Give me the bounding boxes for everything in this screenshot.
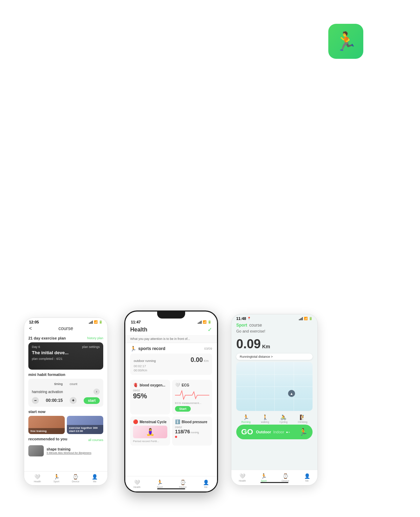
course-label-right[interactable]: course: [249, 323, 262, 328]
free-training-card[interactable]: free training: [28, 416, 65, 434]
climbing-label: Climbing: [298, 421, 307, 423]
nav-device-mid[interactable]: ⌚ Device: [179, 480, 187, 488]
nav-device-right[interactable]: ⌚ Device: [282, 473, 289, 482]
oxygen-date: 09/02: [133, 389, 167, 392]
day-label: Day 6: [32, 345, 40, 349]
count-tab[interactable]: count: [68, 382, 79, 386]
status-icons-left: 📶 🔋: [89, 320, 103, 324]
bp-title: Blood pressure: [182, 420, 207, 424]
record-value: 0.00: [190, 356, 203, 364]
minus-button[interactable]: −: [32, 397, 39, 404]
running-icon: 🏃: [243, 414, 249, 420]
nav-health[interactable]: 🤍 Health: [34, 474, 41, 483]
app-icon: 🏃: [328, 24, 363, 59]
cycling-tab[interactable]: 🚴 Cycling: [279, 414, 287, 423]
menstrual-card[interactable]: 🔴 Menstrual Cycle 🧘‍♀️ Period record Fer…: [130, 417, 170, 446]
record-card[interactable]: outdoor running 0.00 Km 00:02:17 00:00/K…: [130, 354, 212, 375]
nav-me-mid[interactable]: 👤 Me: [203, 480, 209, 488]
right-header: Sport course: [231, 321, 317, 328]
battery-middle: 🔋: [208, 320, 211, 324]
walking-tab[interactable]: 🚶 walking: [261, 414, 269, 423]
nav-me-right[interactable]: 👤 Me: [304, 473, 310, 482]
training-grid: free training exercise together 300 star…: [28, 416, 103, 434]
health-label: Health: [34, 480, 41, 483]
distance-value: 0.09: [236, 337, 261, 351]
ecg-title: ECG: [182, 383, 189, 387]
nav-sport-mid[interactable]: 🏃 Sport: [157, 480, 163, 488]
device-icon-mid: ⌚: [180, 480, 186, 485]
running-tab[interactable]: 🏃 Running: [241, 414, 251, 423]
bp-value: 118/76: [175, 429, 190, 434]
menstrual-header: 🔴 Menstrual Cycle: [133, 419, 167, 424]
time-right: 11:48: [236, 316, 246, 321]
dot1: [286, 432, 288, 433]
habit-name: hamstring activation: [32, 390, 63, 394]
recommended-row: recommended to you all courses: [28, 437, 103, 443]
attention-banner: What you pay attention is to be in front…: [125, 335, 217, 343]
habit-title: mini habit formation: [28, 372, 103, 377]
history-link[interactable]: history plan: [87, 336, 103, 340]
ecg-card[interactable]: 🤍 ECG ECG measurement... Start: [172, 380, 212, 414]
plus-button[interactable]: +: [70, 397, 77, 404]
sport-label-right[interactable]: Sport: [236, 323, 247, 328]
cycling-icon: 🚴: [280, 414, 286, 420]
status-bar-left: 12:05 📶 🔋: [24, 318, 107, 325]
blood-oxygen-card[interactable]: 🫀 blood oxygen... 09/02 95%: [130, 380, 170, 414]
exercise-together-card[interactable]: exercise together 300 start·13:00: [67, 416, 103, 434]
ecg-start-button[interactable]: Start: [175, 406, 191, 412]
sport-icon-mid: 🏃: [157, 480, 163, 485]
map-area[interactable]: ▲: [236, 362, 313, 411]
time-middle: 11:47: [131, 320, 141, 324]
climbing-tab[interactable]: 🧗 Climbing: [298, 414, 307, 423]
habit-chevron[interactable]: ›: [93, 389, 100, 395]
nav-sport-right[interactable]: 🏃 Sport: [261, 473, 267, 482]
recommended-title: recommended to you: [28, 437, 67, 441]
nav-health-right[interactable]: 🤍 Health: [239, 473, 246, 482]
time-left: 12:05: [29, 320, 39, 324]
sport-label: Sport: [54, 480, 59, 483]
nav-device[interactable]: ⌚ Device: [72, 474, 79, 483]
sports-record-header: 🏃 sports record 03/09: [130, 346, 212, 351]
wifi-right: 📶: [304, 317, 308, 320]
all-courses-link[interactable]: all courses: [88, 438, 103, 442]
nav-health-mid[interactable]: 🤍 Health: [133, 480, 140, 488]
sports-record-section: 🏃 sports record 03/09 outdoor running 0.…: [125, 343, 217, 380]
rec-item[interactable]: shape training 5 Minute Abs Workout for …: [28, 445, 103, 456]
bottom-nav-left: 🤍 Health 🏃 Sport ⌚ Device 👤 Me: [24, 471, 107, 485]
notch: [157, 312, 185, 319]
day-card[interactable]: Day 6 plan settings The initial deve... …: [28, 342, 103, 370]
health-title: Health: [130, 327, 147, 333]
start-button[interactable]: start: [84, 397, 100, 404]
distance-display: 0.09 Km: [231, 335, 317, 354]
record-time: 00:02:17: [134, 364, 209, 368]
timing-tab[interactable]: timing: [52, 382, 65, 386]
ecg-header: 🤍 ECG: [175, 383, 209, 387]
go-exercise-text: Go and exercise!: [231, 328, 317, 335]
climbing-icon: 🧗: [300, 414, 306, 420]
habit-card: timing count hamstring activation › − 00…: [28, 379, 103, 407]
distance-unit: Km: [262, 344, 270, 349]
nav-sport[interactable]: 🏃 Sport: [54, 474, 59, 483]
course-title: course: [58, 326, 73, 331]
go-button[interactable]: GO Outdoor Indoor 🏃: [236, 425, 313, 439]
sports-record-label: sports record: [138, 346, 165, 351]
running-label: Running: [241, 421, 251, 423]
location-icon: 📍: [247, 317, 251, 320]
phone-middle: 11:47 📶 🔋 Health ✓ What you pay attentio…: [124, 310, 218, 492]
sport-label-right-nav: Sport: [261, 480, 267, 482]
total-distance-button[interactable]: Runningtotal distance >: [236, 354, 313, 360]
start-now-section: start now free training exercise togethe…: [28, 410, 103, 434]
oxygen-value: 95%: [133, 392, 167, 400]
back-button[interactable]: <: [29, 326, 32, 331]
menstrual-label: Period record Fertil...: [133, 440, 167, 443]
nav-me[interactable]: 👤 Me: [92, 474, 98, 483]
health-icon: 🤍: [34, 474, 40, 480]
settings-label[interactable]: plan settings: [82, 345, 100, 349]
ecg-visual: [175, 389, 209, 401]
middle-inner: 11:47 📶 🔋 Health ✓ What you pay attentio…: [125, 312, 217, 491]
left-content: 21 day exercise plan history plan Day 6 …: [24, 333, 107, 459]
timer-row: − 00:00:15 + start: [32, 397, 100, 404]
record-type: outdoor running: [134, 359, 156, 363]
blood-pressure-card[interactable]: ℹ️ Blood pressure 09/02 118/76 mmHg: [172, 417, 212, 446]
battery-right: 🔋: [309, 317, 313, 320]
